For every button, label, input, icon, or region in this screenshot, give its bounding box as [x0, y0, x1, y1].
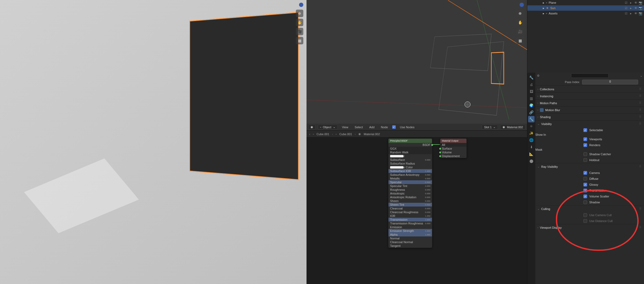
renders-check[interactable]: ✓ [583, 143, 587, 147]
property-tab[interactable]: 🔧 [528, 116, 535, 122]
camera-icon[interactable]: 🎥 [296, 28, 303, 35]
node-socket[interactable]: Tangent [388, 244, 432, 248]
node-socket[interactable]: Transmission Roughness0.000 [388, 221, 432, 225]
property-tab[interactable]: 🔧 [528, 74, 535, 81]
outliner[interactable]: ▸▫Plane☑▸👁📷▸☀Sun☑▸👁📷▸▫Assets☑▸👁📷 [527, 0, 644, 73]
panel-culling[interactable]: ⌄Culling⠿ [535, 205, 644, 212]
menu-view[interactable]: View [340, 125, 351, 129]
ray-diffuse-check[interactable] [583, 177, 587, 181]
camera-icon[interactable]: 🎥 [516, 28, 524, 35]
motion-blur-check[interactable] [540, 108, 544, 112]
node-socket[interactable]: Subsurface0.000 [388, 158, 432, 162]
ray-camera-check[interactable]: ✓ [583, 171, 587, 175]
node-socket[interactable]: Sheen Tint0.500 [388, 203, 432, 207]
property-tab[interactable]: 🌍 [528, 102, 535, 108]
node-socket[interactable]: Subsurface Anisotropy0.000 [388, 173, 432, 177]
chevron-left-icon[interactable]: ‹ [309, 133, 310, 136]
ray-glossy-check[interactable]: ✓ [583, 183, 587, 186]
options-icon[interactable]: ⌄ [640, 74, 642, 77]
property-tab[interactable]: ⬤ [528, 158, 535, 164]
bc-object[interactable]: Cube.001 [317, 133, 329, 136]
ray-transmission-check[interactable]: ✓ [583, 189, 587, 192]
zoom-icon[interactable]: ⊕ [516, 10, 524, 17]
pass-index-input[interactable]: 0 [582, 80, 638, 84]
filter-icon[interactable]: ⚙ [537, 74, 540, 77]
node-socket[interactable]: Sheen0.000 [388, 199, 432, 203]
nav-gizmo[interactable] [520, 3, 524, 7]
menu-add[interactable]: Add [367, 125, 377, 129]
panel-motion-paths[interactable]: ›Motion Paths⠿ [535, 99, 644, 106]
node-socket[interactable]: Subsurface Radius [388, 162, 432, 165]
bc-mesh[interactable]: Cube.001 [339, 133, 352, 136]
node-socket[interactable]: Emission [388, 225, 432, 229]
panel-collections[interactable]: ›Collections⠿ [535, 85, 644, 92]
node-socket[interactable]: Clearcoat Roughness0.030 [388, 210, 432, 214]
node-socket[interactable]: Clearcoat Normal [388, 240, 432, 244]
node-socket[interactable]: Anisotropic0.000 [388, 192, 432, 195]
menu-select[interactable]: Select [352, 125, 365, 129]
property-tab[interactable]: 🔗 [528, 109, 535, 115]
distance-cull-check[interactable] [583, 219, 587, 223]
node-socket[interactable]: Normal [388, 236, 432, 240]
property-tab[interactable]: 🖼 [528, 88, 535, 95]
panel-motion-blur[interactable]: ›Motion Blur⠿ [535, 106, 644, 113]
slot-selector[interactable]: Slot 1 ⌄ [482, 125, 498, 130]
outliner-item[interactable]: ▸▫Plane☑▸👁📷 [527, 0, 644, 5]
outliner-item[interactable]: ▸▫Assets☑▸👁📷 [527, 11, 644, 16]
node-socket[interactable]: Roughness0.050 [388, 188, 432, 192]
ray-shadow-check[interactable] [583, 200, 587, 204]
menu-node[interactable]: Node [379, 125, 390, 129]
material-selector[interactable]: ◉ Material.002 [500, 125, 525, 130]
node-socket[interactable]: Subsurface IOR1.400 [388, 169, 432, 173]
property-tab[interactable]: 🖨 [528, 81, 535, 88]
property-tab[interactable]: ✨ [528, 130, 535, 136]
edit-viewport[interactable]: ⊕ ✋ 🎥 ▦ [307, 0, 527, 124]
property-tab[interactable]: 📐 [528, 151, 535, 157]
holdout-check[interactable] [583, 158, 587, 162]
node-editor[interactable]: ◉ ▫Object ⌄ View Select Add Node ✓ Use N… [307, 124, 527, 284]
node-socket[interactable]: Metallic0.000 [388, 177, 432, 180]
node-socket[interactable]: Alpha1.000 [388, 233, 432, 236]
property-tab[interactable]: 🌐 [528, 137, 535, 143]
grid-icon[interactable]: ▦ [516, 37, 524, 44]
panel-shading[interactable]: ›Shading⠿ [535, 113, 644, 120]
output-target[interactable]: All [440, 143, 466, 147]
node-socket[interactable]: Specular Tint0.000 [388, 184, 432, 188]
camera-cull-check[interactable] [583, 213, 587, 217]
node-socket[interactable]: Subsurface Color [388, 165, 432, 169]
viewports-check[interactable]: ✓ [583, 137, 587, 141]
bc-material[interactable]: Material.002 [364, 133, 380, 136]
object-mode[interactable]: ▫Object ⌄ [318, 125, 338, 130]
outliner-item[interactable]: ▸☀Sun☑▸👁📷 [527, 5, 644, 11]
panel-visibility[interactable]: ⌄Visibility⠿ [535, 120, 644, 127]
node-socket[interactable]: Transmission1.000 [388, 218, 432, 221]
node-material-output[interactable]: Material Output All Surface Volume Displ… [440, 138, 467, 158]
render-viewport[interactable]: ⊕ ✋ 🎥 ▦ [0, 0, 307, 284]
use-nodes-check[interactable]: ✓ [392, 125, 396, 129]
pan-icon[interactable]: ✋ [296, 19, 303, 26]
ray-volume-check[interactable]: ✓ [583, 194, 587, 198]
node-socket[interactable]: Emission Strength1.000 [388, 229, 432, 233]
node-principled-bsdf[interactable]: Principled BSDF BSDF GGXRandom WalkBase … [388, 138, 432, 248]
shadow-catcher-check[interactable] [583, 152, 587, 156]
nav-gizmo[interactable] [299, 3, 303, 7]
node-socket[interactable]: Random Walk [388, 150, 432, 154]
node-socket[interactable]: Anisotropic Rotation0.000 [388, 195, 432, 199]
node-socket[interactable]: GGX [388, 147, 432, 150]
node-socket[interactable]: IOR1.450 [388, 214, 432, 218]
pan-icon[interactable]: ✋ [516, 19, 524, 26]
grid-icon[interactable]: ▦ [296, 37, 303, 44]
property-tab[interactable]: ⚛ [528, 123, 535, 129]
selectable-check[interactable]: ✓ [583, 128, 587, 132]
node-socket[interactable]: Specular0.500 [388, 180, 432, 184]
property-tab[interactable]: ▥ [528, 95, 535, 102]
editor-type[interactable]: ◉ [308, 125, 316, 130]
panel-instancing[interactable]: ›Instancing⠿ [535, 92, 644, 99]
node-socket[interactable]: Base Color [388, 154, 432, 158]
search-input[interactable] [571, 73, 608, 78]
property-tab[interactable]: ⬇ [528, 144, 535, 150]
panel-ray-visibility[interactable]: ⌄Ray Visibility⠿ [535, 163, 644, 170]
node-socket[interactable]: Clearcoat0.000 [388, 207, 432, 210]
panel-viewport-display[interactable]: ›Viewport Display⠿ [535, 224, 644, 231]
zoom-icon[interactable]: ⊕ [296, 10, 303, 17]
